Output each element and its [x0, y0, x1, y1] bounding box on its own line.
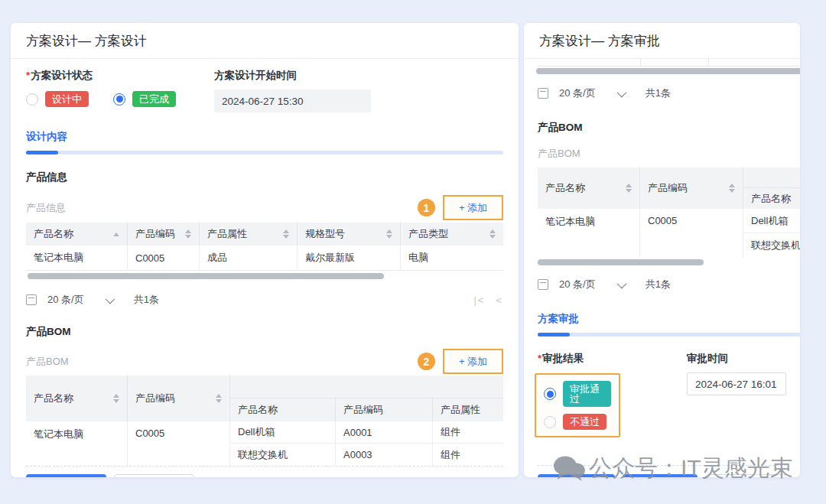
approved-radio[interactable]: [544, 388, 556, 400]
horizontal-scrollbar[interactable]: [538, 259, 786, 265]
tab-track: [538, 333, 800, 337]
bom-subcol-product-code[interactable]: 产品编码: [336, 398, 433, 421]
cell-product-attr: 成品: [200, 245, 298, 271]
cell-spec-model: 戴尔最新版: [298, 245, 401, 271]
approval-bom-table: 产品名称 产品编码 产品名称 笔记本电脑 C0005 Dell机箱: [538, 167, 800, 258]
step-1-badge: 1: [418, 199, 435, 216]
col-product-name[interactable]: 产品名称: [34, 227, 109, 241]
col-spec-model[interactable]: 规格型号: [305, 227, 382, 241]
design-start-time-label: 方案设计开始时间: [214, 69, 371, 83]
agree-print-button[interactable]: 同意并打印: [538, 474, 615, 477]
status-radio-designing[interactable]: [26, 93, 38, 106]
sort-asc-icon[interactable]: [113, 232, 119, 236]
section-divider: [538, 465, 786, 466]
cell-product-code: C0005: [128, 245, 200, 271]
bom-subcol-product-name[interactable]: 产品名称: [230, 398, 336, 421]
product-info-table: 产品名称 产品编码 产品属性 规格型号 产品类型 笔记本电脑 C0005 成品 …: [26, 223, 503, 279]
bom-cell-name: 笔记本电脑: [538, 209, 640, 258]
bom-col-product-name[interactable]: 产品名称: [34, 392, 109, 405]
draft-button[interactable]: 暂存: [705, 474, 786, 477]
product-info-add-button[interactable]: + 添加: [443, 195, 503, 220]
page-size-value[interactable]: 20 条/页: [47, 293, 84, 307]
option-approved[interactable]: 审批通过: [544, 381, 611, 407]
tab-approval[interactable]: 方案审批: [538, 313, 579, 324]
draft-button[interactable]: 暂存: [114, 474, 194, 477]
approval-result-options: 审批通过 不通过: [535, 373, 620, 437]
status-badge-finished[interactable]: 已完成: [132, 91, 176, 107]
bom-child-row[interactable]: Dell机箱: [743, 209, 800, 233]
page-size-icon[interactable]: [538, 279, 548, 290]
bom-col-product-code[interactable]: 产品编码: [648, 181, 724, 195]
sort-icon[interactable]: [113, 394, 119, 403]
bom-cell-name: 笔记本电脑: [26, 421, 128, 466]
bom-subcol-product-attr[interactable]: 产品属性: [433, 398, 503, 421]
sort-icon[interactable]: [489, 229, 496, 239]
tab-design-content[interactable]: 设计内容: [26, 131, 67, 142]
sort-icon[interactable]: [626, 184, 632, 193]
bom-subcol-product-name[interactable]: 产品名称: [743, 188, 800, 209]
design-start-time-input[interactable]: 2024-06-27 15:30: [214, 89, 371, 112]
tab-active-indicator: [26, 151, 58, 154]
bom-child-attr: 组件: [433, 421, 503, 444]
product-bom-heading: 产品BOM: [26, 325, 503, 339]
rejected-badge: 不通过: [563, 414, 606, 430]
approval-bom-sublabel: 产品BOM: [538, 147, 786, 161]
disagree-button[interactable]: 不同意: [623, 474, 698, 477]
product-bom-row[interactable]: 笔记本电脑 C0005 Dell机箱 A0001 组件 联想交换机 A0003 …: [26, 421, 503, 466]
submit-button[interactable]: 提交: [26, 474, 106, 477]
sort-icon[interactable]: [729, 184, 735, 193]
chevron-down-icon[interactable]: [105, 294, 115, 304]
approval-time-label: 审批时间: [687, 352, 786, 366]
approval-bom-row[interactable]: 笔记本电脑 C0005 Dell机箱 联想交换机: [538, 209, 800, 258]
approval-panel-title: 方案设计— 方案审批: [539, 32, 660, 50]
bom-col-product-code[interactable]: 产品编码: [135, 392, 211, 405]
prev-page-icon[interactable]: <: [496, 294, 503, 306]
page-size-value[interactable]: 20 条/页: [559, 278, 596, 291]
chevron-down-icon[interactable]: [616, 87, 626, 97]
first-page-icon[interactable]: |<: [473, 294, 485, 306]
option-rejected[interactable]: 不通过: [544, 414, 611, 430]
cell-product-type: 电脑: [401, 245, 503, 271]
status-radio-finished[interactable]: [113, 93, 125, 106]
approval-time-field: 审批时间 2024-06-27 16:01: [687, 352, 786, 437]
rejected-radio[interactable]: [544, 416, 556, 428]
tab-track: [26, 151, 503, 154]
design-status-label: *方案设计状态: [26, 69, 214, 83]
total-count: 共1条: [134, 293, 159, 307]
required-mark: *: [538, 353, 541, 364]
sort-icon[interactable]: [216, 394, 222, 403]
required-mark: *: [26, 70, 30, 81]
bom-child-row[interactable]: 联想交换机 A0003 组件: [230, 444, 503, 466]
approval-bom-pagination: 20 条/页 共1条: [538, 278, 786, 291]
sort-icon[interactable]: [185, 229, 191, 239]
bom-cell-code: C0005: [640, 209, 743, 258]
page-size-icon[interactable]: [538, 88, 548, 99]
page-size-value[interactable]: 20 条/页: [559, 86, 596, 100]
bom-child-row[interactable]: Dell机箱 A0001 组件: [230, 421, 503, 444]
sort-icon[interactable]: [283, 229, 289, 239]
product-info-row[interactable]: 笔记本电脑 C0005 成品 戴尔最新版 电脑: [26, 245, 503, 271]
bom-col-product-name[interactable]: 产品名称: [545, 181, 621, 195]
col-product-type[interactable]: 产品类型: [408, 227, 485, 241]
bom-header-spacer: [230, 376, 503, 398]
bom-child-name: Dell机箱: [230, 421, 336, 444]
design-status-field: *方案设计状态 设计中 已完成: [26, 69, 214, 112]
chevron-down-icon[interactable]: [616, 278, 626, 288]
approval-top-pagination: 20 条/页 共1条: [538, 86, 786, 100]
sort-icon[interactable]: [386, 229, 392, 239]
horizontal-scrollbar[interactable]: [26, 273, 503, 279]
approval-time-input[interactable]: 2024-06-27 16:01: [687, 372, 786, 395]
col-product-code[interactable]: 产品编码: [135, 227, 180, 241]
product-bom-add-button[interactable]: + 添加: [443, 349, 503, 374]
bom-child-name: Dell机箱: [743, 209, 800, 233]
design-panel-header: 方案设计— 方案设计: [11, 23, 519, 59]
status-badge-designing[interactable]: 设计中: [45, 91, 89, 107]
product-bom-table-header: 产品名称 产品编码 产品名称 产品编码 产品属性: [26, 376, 503, 421]
col-product-attr[interactable]: 产品属性: [207, 227, 278, 241]
bom-child-row[interactable]: 联想交换机: [743, 233, 800, 258]
approval-panel-header: 方案设计— 方案审批: [524, 23, 800, 59]
page-size-icon[interactable]: [26, 294, 37, 305]
horizontal-scrollbar[interactable]: [536, 68, 800, 74]
tab-active-indicator: [538, 333, 570, 337]
product-info-pagination: 20 条/页 共1条 |< <: [26, 293, 503, 307]
